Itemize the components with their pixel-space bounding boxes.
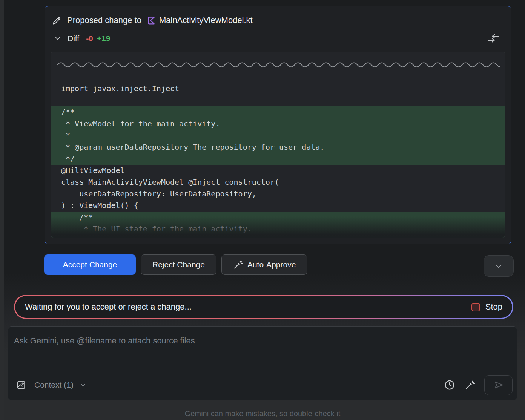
accept-change-button[interactable]: Accept Change <box>44 254 136 275</box>
kotlin-icon <box>147 16 156 25</box>
code-line: /** <box>51 212 505 223</box>
auto-approve-button[interactable]: Auto-Approve <box>221 254 307 275</box>
reject-change-label: Reject Change <box>152 260 205 269</box>
prompt-input[interactable] <box>8 327 517 373</box>
code-line: * The UI state for the main activity. <box>51 223 505 235</box>
code-line: @HiltViewModel <box>51 165 505 176</box>
chevron-down-icon <box>80 382 86 388</box>
diff-additions: +19 <box>97 34 111 43</box>
send-button[interactable] <box>484 375 513 395</box>
status-banner: Waiting for you to accept or reject a ch… <box>14 295 513 319</box>
context-label: Context (1) <box>34 380 74 389</box>
diff-toggle-row[interactable]: Diff -0 +19 <box>45 33 511 44</box>
code-line: userDataRepository: UserDataRepository, <box>51 188 505 200</box>
panel-edge-divider <box>0 0 4 420</box>
code-line <box>51 95 505 106</box>
code-line: /** <box>51 106 505 118</box>
truncation-wave <box>57 62 499 68</box>
code-lines: import javax.inject.Inject /** * ViewMod… <box>51 83 505 238</box>
wand-icon <box>233 260 243 270</box>
history-button[interactable] <box>441 377 458 393</box>
change-actions: Accept Change Reject Change Auto-Approve <box>44 254 307 275</box>
file-link[interactable]: MainActivityViewModel.kt <box>147 15 253 25</box>
gemini-panel: Proposed change to MainActivityViewModel… <box>0 0 525 420</box>
card-header: Proposed change to MainActivityViewModel… <box>45 6 511 26</box>
diff-view-toggle-icon[interactable] <box>487 34 500 43</box>
chevron-down-icon <box>54 35 61 42</box>
disclaimer-text: Gemini can make mistakes, so double-chec… <box>0 409 525 418</box>
chevron-down-icon <box>494 261 504 271</box>
wand-icon <box>465 380 475 390</box>
magic-wand-button[interactable] <box>462 377 478 393</box>
diff-label: Diff <box>68 34 79 43</box>
composer-toolbar: Context (1) <box>8 373 517 400</box>
diff-deletions: -0 <box>86 34 93 43</box>
file-name: MainActivityViewModel.kt <box>159 15 253 25</box>
accept-change-label: Accept Change <box>63 260 117 269</box>
send-icon <box>493 380 504 390</box>
code-line: class MainActivityViewModel @Inject cons… <box>51 176 505 188</box>
status-message: Waiting for you to accept or reject a ch… <box>25 302 192 312</box>
code-line: import javax.inject.Inject <box>51 83 505 95</box>
code-line: * <box>51 130 505 141</box>
pencil-icon <box>52 15 62 26</box>
diff-code-view[interactable]: import javax.inject.Inject /** * ViewMod… <box>51 52 505 238</box>
context-dropdown[interactable]: Context (1) <box>16 380 86 390</box>
image-icon <box>16 380 26 390</box>
scroll-down-button[interactable] <box>484 255 514 277</box>
code-line: * ViewModel for the main activity. <box>51 118 505 130</box>
clock-icon <box>444 379 455 391</box>
card-title: Proposed change to <box>67 15 141 25</box>
code-line: */ <box>51 153 505 165</box>
stop-button[interactable]: Stop <box>471 302 502 312</box>
stop-square-icon <box>471 303 480 311</box>
reject-change-button[interactable]: Reject Change <box>141 254 216 275</box>
prompt-composer: Context (1) <box>8 326 517 400</box>
code-line: ) : ViewModel() { <box>51 200 505 212</box>
proposed-change-card: Proposed change to MainActivityViewModel… <box>45 6 511 244</box>
code-line: * @param userDataRepository The reposito… <box>51 141 505 153</box>
auto-approve-label: Auto-Approve <box>247 260 296 269</box>
stop-label: Stop <box>485 302 502 312</box>
code-line: */ <box>51 235 505 238</box>
